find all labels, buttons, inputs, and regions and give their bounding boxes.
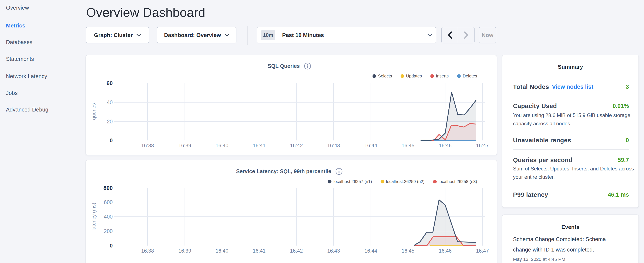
svg-text:16:42: 16:42 (290, 248, 303, 254)
svg-text:16:39: 16:39 (178, 143, 191, 148)
svg-text:400: 400 (104, 214, 113, 220)
svg-text:16:38: 16:38 (141, 143, 154, 148)
svg-text:queries: queries (91, 103, 96, 120)
svg-text:16:43: 16:43 (327, 143, 340, 148)
svg-text:16:44: 16:44 (364, 248, 377, 254)
svg-text:16:42: 16:42 (290, 143, 303, 148)
svg-text:16:47: 16:47 (476, 248, 489, 254)
svg-text:16:39: 16:39 (178, 248, 191, 254)
svg-text:0: 0 (110, 242, 113, 249)
svg-text:16:44: 16:44 (364, 143, 377, 148)
svg-text:16:47: 16:47 (476, 143, 489, 148)
svg-text:16:45: 16:45 (402, 248, 414, 254)
svg-text:600: 600 (104, 199, 113, 205)
svg-text:16:45: 16:45 (402, 143, 414, 148)
svg-text:16:46: 16:46 (439, 248, 452, 254)
svg-text:800: 800 (104, 185, 113, 191)
svg-text:0: 0 (110, 137, 113, 144)
svg-text:16:40: 16:40 (216, 143, 228, 148)
svg-text:40: 40 (107, 99, 113, 105)
svg-text:16:41: 16:41 (253, 248, 266, 254)
svg-text:16:46: 16:46 (439, 143, 452, 148)
svg-text:200: 200 (104, 228, 113, 234)
svg-text:20: 20 (107, 119, 113, 124)
svg-text:16:40: 16:40 (216, 248, 228, 254)
svg-text:60: 60 (106, 80, 113, 86)
svg-text:16:38: 16:38 (141, 248, 154, 254)
svg-text:latency (ms): latency (ms) (91, 203, 96, 231)
svg-text:16:41: 16:41 (253, 143, 266, 148)
svg-text:16:43: 16:43 (327, 248, 340, 254)
